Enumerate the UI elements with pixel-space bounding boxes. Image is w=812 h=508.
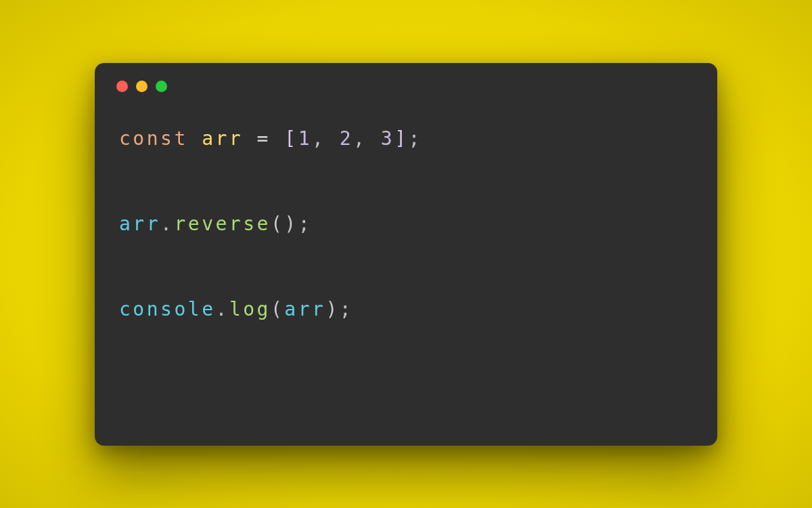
token-paren: ( [271, 213, 284, 235]
token-dot: . [160, 213, 174, 235]
token-argument: arr [284, 298, 325, 320]
token-method: log [229, 298, 271, 320]
minimize-icon[interactable] [136, 81, 148, 92]
token-paren: ( [271, 298, 284, 320]
token-comma: , [353, 127, 367, 150]
token-keyword: const [119, 127, 188, 150]
token-number: 2 [340, 127, 353, 150]
token-object: console [119, 298, 216, 320]
token-comma: , [312, 127, 325, 150]
token-object: arr [119, 213, 160, 235]
token-space [271, 127, 284, 150]
token-semicolon: ; [298, 213, 312, 235]
code-line-1: const arr = [1, 2, 3]; [119, 125, 693, 153]
blank-line [119, 238, 693, 295]
token-paren: ) [284, 213, 298, 235]
code-block: const arr = [1, 2, 3]; arr.reverse(); co… [119, 125, 693, 324]
token-space [325, 127, 339, 150]
token-operator: = [257, 127, 271, 150]
token-bracket: ] [394, 127, 408, 150]
code-window: const arr = [1, 2, 3]; arr.reverse(); co… [95, 63, 717, 446]
token-method: reverse [174, 213, 271, 235]
token-number: 1 [298, 127, 312, 150]
token-semicolon: ; [409, 127, 422, 150]
traffic-lights [116, 81, 693, 92]
code-line-2: arr.reverse(); [119, 210, 693, 238]
token-number: 3 [381, 127, 394, 150]
code-line-3: console.log(arr); [119, 295, 693, 324]
blank-line [119, 153, 693, 210]
token-variable: arr [202, 127, 243, 150]
token-bracket: [ [284, 127, 298, 150]
token-semicolon: ; [340, 298, 353, 320]
token-dot: . [216, 298, 229, 320]
token-space [243, 127, 256, 150]
close-icon[interactable] [116, 81, 128, 92]
token-space [188, 127, 202, 150]
maximize-icon[interactable] [156, 81, 167, 92]
token-paren: ) [325, 298, 339, 320]
token-space [367, 127, 380, 150]
